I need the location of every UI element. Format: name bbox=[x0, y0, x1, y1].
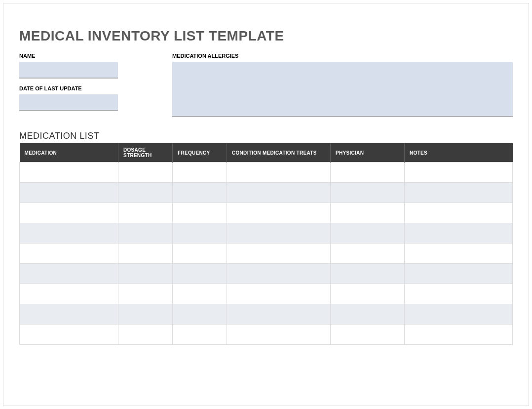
col-header-physician: PHYSICIAN bbox=[331, 143, 405, 163]
table-cell[interactable] bbox=[20, 223, 118, 244]
table-cell[interactable] bbox=[227, 304, 331, 325]
medication-table: MEDICATION DOSAGE STRENGTH FREQUENCY CON… bbox=[19, 143, 513, 345]
table-row bbox=[20, 223, 513, 244]
allergies-label: MEDICATION ALLERGIES bbox=[172, 53, 513, 59]
info-section: NAME DATE OF LAST UPDATE MEDICATION ALLE… bbox=[19, 53, 513, 119]
table-cell[interactable] bbox=[20, 264, 118, 284]
col-header-medication: MEDICATION bbox=[20, 143, 118, 163]
table-cell[interactable] bbox=[227, 203, 331, 223]
table-cell[interactable] bbox=[331, 304, 405, 325]
table-cell[interactable] bbox=[331, 183, 405, 203]
table-cell[interactable] bbox=[173, 325, 227, 345]
table-cell[interactable] bbox=[20, 163, 118, 183]
table-cell[interactable] bbox=[227, 244, 331, 264]
left-column: NAME DATE OF LAST UPDATE bbox=[19, 53, 118, 119]
table-cell[interactable] bbox=[118, 223, 173, 244]
table-cell[interactable] bbox=[173, 304, 227, 325]
table-cell[interactable] bbox=[405, 325, 513, 345]
col-header-frequency: FREQUENCY bbox=[173, 143, 227, 163]
table-row bbox=[20, 304, 513, 325]
table-cell[interactable] bbox=[405, 264, 513, 284]
table-cell[interactable] bbox=[227, 264, 331, 284]
table-cell[interactable] bbox=[173, 264, 227, 284]
name-label: NAME bbox=[19, 53, 118, 59]
table-cell[interactable] bbox=[118, 183, 173, 203]
table-cell[interactable] bbox=[331, 264, 405, 284]
table-row bbox=[20, 203, 513, 223]
table-cell[interactable] bbox=[118, 203, 173, 223]
table-cell[interactable] bbox=[227, 284, 331, 304]
table-row bbox=[20, 284, 513, 304]
table-cell[interactable] bbox=[20, 203, 118, 223]
table-cell[interactable] bbox=[173, 163, 227, 183]
col-header-condition: CONDITION MEDICATION TREATS bbox=[227, 143, 331, 163]
table-cell[interactable] bbox=[118, 304, 173, 325]
table-cell[interactable] bbox=[405, 284, 513, 304]
table-cell[interactable] bbox=[173, 284, 227, 304]
table-cell[interactable] bbox=[405, 163, 513, 183]
table-cell[interactable] bbox=[331, 163, 405, 183]
table-cell[interactable] bbox=[405, 183, 513, 203]
table-cell[interactable] bbox=[405, 244, 513, 264]
table-row bbox=[20, 264, 513, 284]
page-title: MEDICAL INVENTORY LIST TEMPLATE bbox=[19, 28, 513, 44]
table-row bbox=[20, 183, 513, 203]
table-cell[interactable] bbox=[331, 284, 405, 304]
table-cell[interactable] bbox=[331, 223, 405, 244]
table-cell[interactable] bbox=[227, 183, 331, 203]
table-cell[interactable] bbox=[20, 284, 118, 304]
table-cell[interactable] bbox=[227, 163, 331, 183]
date-input[interactable] bbox=[19, 94, 118, 111]
table-cell[interactable] bbox=[118, 163, 173, 183]
table-cell[interactable] bbox=[118, 325, 173, 345]
right-column: MEDICATION ALLERGIES bbox=[172, 53, 513, 119]
allergies-input[interactable] bbox=[172, 62, 513, 117]
table-row bbox=[20, 244, 513, 264]
table-row bbox=[20, 325, 513, 345]
table-row bbox=[20, 163, 513, 183]
name-input[interactable] bbox=[19, 62, 118, 79]
table-cell[interactable] bbox=[20, 325, 118, 345]
table-cell[interactable] bbox=[331, 203, 405, 223]
table-cell[interactable] bbox=[405, 304, 513, 325]
table-cell[interactable] bbox=[20, 304, 118, 325]
table-header-row: MEDICATION DOSAGE STRENGTH FREQUENCY CON… bbox=[20, 143, 513, 163]
table-cell[interactable] bbox=[173, 244, 227, 264]
table-cell[interactable] bbox=[331, 325, 405, 345]
table-cell[interactable] bbox=[20, 244, 118, 264]
col-header-dosage: DOSAGE STRENGTH bbox=[118, 143, 173, 163]
page-frame: MEDICAL INVENTORY LIST TEMPLATE NAME DAT… bbox=[3, 3, 529, 406]
table-cell[interactable] bbox=[118, 264, 173, 284]
table-cell[interactable] bbox=[173, 223, 227, 244]
date-label: DATE OF LAST UPDATE bbox=[19, 85, 118, 91]
table-cell[interactable] bbox=[173, 203, 227, 223]
table-cell[interactable] bbox=[118, 244, 173, 264]
table-cell[interactable] bbox=[405, 223, 513, 244]
table-cell[interactable] bbox=[405, 203, 513, 223]
table-cell[interactable] bbox=[331, 244, 405, 264]
section-title: MEDICATION LIST bbox=[19, 131, 513, 141]
table-cell[interactable] bbox=[173, 183, 227, 203]
table-cell[interactable] bbox=[227, 223, 331, 244]
col-header-notes: NOTES bbox=[405, 143, 513, 163]
table-cell[interactable] bbox=[20, 183, 118, 203]
table-cell[interactable] bbox=[118, 284, 173, 304]
table-cell[interactable] bbox=[227, 325, 331, 345]
